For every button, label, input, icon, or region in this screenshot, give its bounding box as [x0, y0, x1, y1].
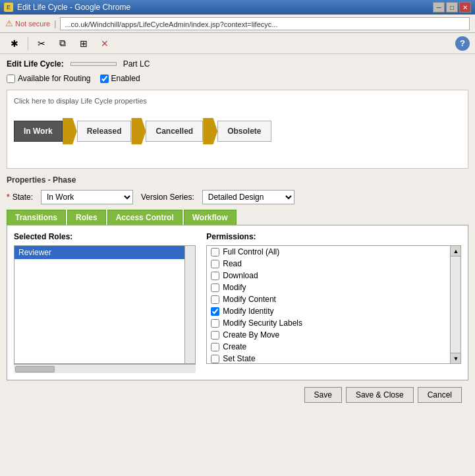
state-arrow-2 — [131, 118, 146, 144]
perm-modify-identity-label: Modify Identity — [223, 307, 273, 316]
tabs-row: Transitions Roles Access Control Workflo… — [7, 210, 468, 225]
perm-modify-security-labels-label: Modify Security Labels — [223, 318, 302, 328]
perm-download-checkbox[interactable] — [211, 272, 219, 280]
warning-icon: ⚠ — [5, 18, 13, 28]
perm-set-state-checkbox[interactable] — [211, 355, 219, 363]
perm-modify-checkbox[interactable] — [211, 283, 219, 292]
perms-vscrollbar[interactable]: ▲ ▼ — [450, 246, 461, 363]
lc-part-name: Part LC — [123, 59, 150, 69]
perm-full-control: Full Control (All) — [207, 246, 450, 258]
tab-workflow[interactable]: Workflow — [184, 210, 237, 225]
perm-modify-security-labels-checkbox[interactable] — [211, 319, 219, 328]
tab-inner: Selected Roles: Reviewer Permissions: Fu… — [14, 232, 461, 373]
perm-set-state: Set State — [207, 353, 450, 364]
properties-section: Properties - Phase *State: In Work Relea… — [7, 175, 468, 204]
perm-modify-content-checkbox[interactable] — [211, 295, 219, 304]
window-controls: ─ □ ✕ — [433, 2, 471, 13]
toolbar-btn-delete[interactable]: ✕ — [96, 35, 114, 52]
perms-scroll-up[interactable]: ▲ — [451, 246, 461, 256]
enabled-label[interactable]: Enabled — [100, 74, 140, 83]
url-bar[interactable]: ...co.uk/Windchill/apps/LifeCycleAdmin/i… — [60, 17, 470, 30]
permissions-title: Permissions: — [206, 232, 461, 241]
footer: Save Save & Close Cancel — [7, 380, 468, 408]
toolbar-btn-cut[interactable]: ✂ — [32, 35, 51, 52]
tab-roles[interactable]: Roles — [67, 210, 106, 225]
roles-hscrollbar[interactable] — [14, 364, 196, 373]
roles-list[interactable]: Reviewer — [14, 245, 196, 364]
state-label-text: State: — [13, 193, 33, 202]
version-series-select[interactable]: Detailed Design Default — [202, 190, 294, 204]
perm-full-control-label: Full Control (All) — [223, 247, 279, 256]
lc-checkboxes: Available for Routing Enabled — [7, 74, 468, 83]
save-button[interactable]: Save — [304, 387, 342, 403]
title-bar: E Edit Life Cycle - Google Chrome ─ □ ✕ — [0, 0, 475, 15]
roles-vscrollbar[interactable] — [184, 246, 195, 363]
close-button[interactable]: ✕ — [459, 2, 471, 13]
perm-full-control-checkbox[interactable] — [211, 248, 219, 256]
toolbar: ✱ ✂ ⧉ ⊞ ✕ ? — [0, 33, 475, 54]
toolbar-separator — [28, 37, 28, 50]
lc-name-box — [70, 62, 117, 66]
lc-states: In Work Released Cancelled Obsolete — [14, 111, 461, 151]
form-row-state: *State: In Work Released Cancelled Obsol… — [7, 190, 468, 204]
perm-create-by-move-label: Create By Move — [223, 330, 279, 340]
perm-modify-identity-checkbox[interactable] — [211, 307, 219, 316]
enabled-checkbox[interactable] — [100, 74, 109, 83]
app-icon: E — [4, 3, 13, 12]
minimize-button[interactable]: ─ — [433, 2, 445, 13]
perm-create-by-move: Create By Move — [207, 329, 450, 341]
address-bar: ⚠ Not secure | ...co.uk/Windchill/apps/L… — [0, 15, 475, 33]
available-for-routing-label[interactable]: Available for Routing — [7, 74, 91, 83]
edit-lc-label: Edit Life Cycle: — [7, 59, 64, 69]
perm-modify-label: Modify — [223, 283, 246, 292]
state-label: *State: — [7, 193, 33, 202]
perm-create-label: Create — [223, 342, 246, 351]
state-btn-obsolete[interactable]: Obsolete — [217, 121, 271, 142]
perm-download-label: Download — [223, 271, 258, 280]
selected-roles-title: Selected Roles: — [14, 232, 196, 241]
properties-title: Properties - Phase — [7, 175, 468, 185]
tab-transitions[interactable]: Transitions — [7, 210, 66, 225]
state-btn-in-work[interactable]: In Work — [14, 121, 63, 142]
perm-modify-identity: Modify Identity — [207, 305, 450, 317]
perm-create-by-move-checkbox[interactable] — [211, 331, 219, 340]
state-in-work: In Work — [14, 121, 63, 142]
toolbar-btn-paste[interactable]: ⊞ — [74, 35, 93, 52]
lc-header: Edit Life Cycle: Part LC — [7, 59, 468, 69]
state-arrow-1 — [63, 118, 77, 144]
perm-read: Read — [207, 258, 450, 270]
maximize-button[interactable]: □ — [446, 2, 458, 13]
perm-modify: Modify — [207, 282, 450, 293]
perm-read-checkbox[interactable] — [211, 260, 219, 268]
roles-hscroll-thumb — [15, 366, 55, 372]
state-btn-cancelled[interactable]: Cancelled — [146, 121, 203, 142]
toolbar-btn-sun[interactable]: ✱ — [5, 35, 24, 52]
perm-read-label: Read — [223, 259, 242, 268]
state-arrow-3 — [203, 118, 217, 144]
window-title: Edit Life Cycle - Google Chrome — [17, 3, 130, 12]
permissions-panel: Permissions: Full Control (All) Read Dow… — [206, 232, 461, 373]
role-reviewer[interactable]: Reviewer — [14, 246, 195, 259]
lc-diagram-hint[interactable]: Click here to display Life Cycle propert… — [14, 97, 461, 105]
toolbar-btn-copy[interactable]: ⧉ — [53, 35, 72, 52]
perms-scroll-down[interactable]: ▼ — [451, 353, 461, 363]
cancel-button[interactable]: Cancel — [418, 387, 462, 403]
state-btn-released[interactable]: Released — [77, 121, 132, 142]
lc-diagram: Click here to display Life Cycle propert… — [7, 90, 468, 169]
state-select[interactable]: In Work Released Cancelled Obsolete — [41, 190, 133, 204]
roles-panel: Selected Roles: Reviewer — [14, 232, 196, 373]
available-for-routing-checkbox[interactable] — [7, 74, 15, 83]
state-cancelled: Cancelled — [146, 121, 203, 142]
tab-access-control[interactable]: Access Control — [107, 210, 182, 225]
perm-download: Download — [207, 270, 450, 282]
help-button[interactable]: ? — [455, 36, 470, 51]
permissions-list: Full Control (All) Read Download Modify — [206, 245, 461, 364]
version-series-label: Version Series: — [141, 193, 194, 202]
perm-modify-content-label: Modify Content — [223, 295, 276, 304]
security-badge: ⚠ Not secure — [5, 18, 50, 28]
perm-create-checkbox[interactable] — [211, 343, 219, 351]
save-close-button[interactable]: Save & Close — [346, 387, 414, 403]
security-text: Not secure — [15, 20, 50, 28]
perm-set-state-label: Set State — [223, 354, 255, 363]
main-content: Edit Life Cycle: Part LC Available for R… — [0, 54, 475, 476]
